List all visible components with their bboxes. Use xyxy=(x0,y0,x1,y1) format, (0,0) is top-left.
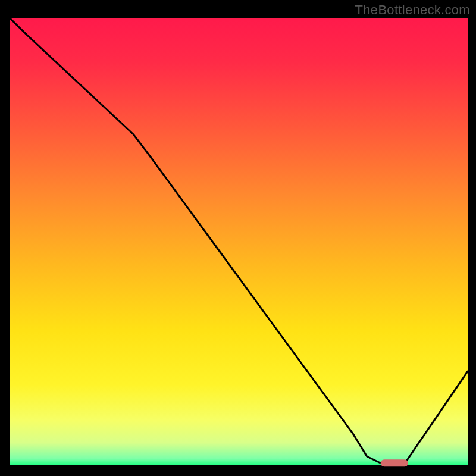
bottleneck-chart: TheBottleneck.com xyxy=(0,0,476,476)
sweet-spot-marker xyxy=(381,459,408,466)
watermark-text: TheBottleneck.com xyxy=(355,2,470,18)
plot-background xyxy=(10,18,468,465)
chart-svg xyxy=(0,0,476,476)
